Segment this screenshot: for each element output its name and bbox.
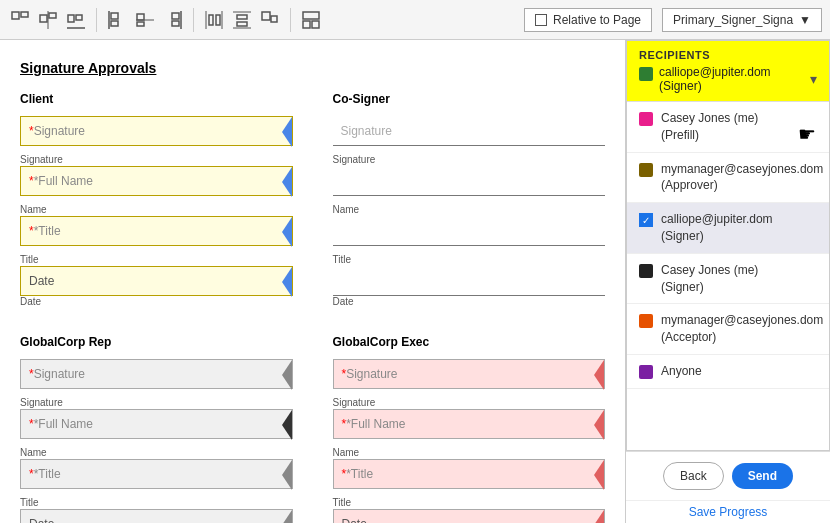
rep-name-arrow [282, 410, 292, 440]
right-panel: RECIPIENTS calliope@jupiter.dom (Signer)… [625, 40, 830, 523]
exec-name-label: Signature [333, 397, 606, 408]
svg-rect-18 [216, 15, 220, 25]
client-title-label: Name [20, 204, 293, 215]
svg-rect-5 [68, 15, 74, 22]
align-top-left-icon[interactable] [8, 8, 32, 32]
recipient-item-mymanager-acceptor[interactable]: mymanager@caseyjones.dom (Acceptor) [627, 304, 829, 355]
casey-prefill-color [639, 112, 653, 126]
document-title: Signature Approvals [20, 60, 605, 76]
client-fullname-field[interactable]: * *Full Name [20, 166, 293, 196]
client-sig-arrow [282, 117, 292, 147]
client-signature-placeholder: Signature [34, 124, 85, 138]
rep-date-arrow [282, 510, 292, 523]
rep-date-block: Title Date Date [20, 497, 293, 523]
relative-to-page-button[interactable]: Relative to Page [524, 8, 652, 32]
rep-title-field[interactable]: * *Title [20, 459, 293, 489]
recipients-header-title: RECIPIENTS [639, 49, 817, 61]
exec-date-placeholder: Date [342, 517, 367, 523]
save-progress-link[interactable]: Save Progress [626, 500, 830, 523]
exec-title-label: Name [333, 447, 606, 458]
relative-to-page-label: Relative to Page [553, 13, 641, 27]
recipients-list: Casey Jones (me) (Prefill) mymanager@cas… [627, 102, 829, 450]
cosigner-title-field[interactable] [333, 216, 606, 246]
align-center-icon[interactable] [36, 8, 60, 32]
rep-date-placeholder: Date [29, 517, 54, 523]
client-date-block: Title Date Date [20, 254, 293, 307]
rep-title-label: Name [20, 447, 293, 458]
document-area: Signature Approvals Client * Signature S… [0, 40, 625, 523]
selected-recipient-name: calliope@jupiter.dom [659, 65, 771, 79]
rep-name-placeholder: *Full Name [34, 417, 93, 431]
layout-icon[interactable] [299, 8, 323, 32]
recipient-item-casey-prefill[interactable]: Casey Jones (me) (Prefill) [627, 102, 829, 153]
exec-date-field[interactable]: Date [333, 509, 606, 523]
rep-title-block: Name * *Title [20, 447, 293, 489]
cosigner-date-sublabel: Date [333, 296, 606, 307]
svg-rect-17 [209, 15, 213, 25]
svg-rect-9 [111, 21, 118, 26]
calliope-signer-checkbox[interactable]: ✓ [639, 213, 653, 227]
rep-name-field[interactable]: * *Full Name [20, 409, 293, 439]
client-date-field[interactable]: Date [20, 266, 293, 296]
bottom-buttons: Back Send [626, 451, 830, 500]
toolbar-divider-2 [193, 8, 194, 32]
rep-sig-arrow [282, 360, 292, 390]
client-title-arrow [282, 217, 292, 247]
header-chevron-down-icon[interactable]: ▾ [810, 71, 817, 87]
cosigner-name-label: Signature [333, 154, 606, 165]
cosigner-column: Co-Signer Signature Signature Name Title [333, 92, 606, 315]
exec-name-block: Signature * *Full Name [333, 397, 606, 439]
calliope-signer-text: calliope@jupiter.dom (Signer) [661, 211, 773, 245]
client-title-placeholder: *Title [34, 224, 61, 238]
recipient-item-mymanager-approver[interactable]: mymanager@caseyjones.dom (Approver) [627, 153, 829, 204]
cosigner-signature-block: Signature [333, 116, 606, 146]
cosigner-name-field[interactable] [333, 166, 606, 196]
svg-rect-15 [172, 21, 179, 26]
distribute-v-icon[interactable] [230, 8, 254, 32]
cosigner-date-field[interactable] [333, 266, 606, 296]
page-icon [535, 14, 547, 26]
rep-name-label: Signature [20, 397, 293, 408]
main-area: Signature Approvals Client * Signature S… [0, 40, 830, 523]
rep-title-placeholder: *Title [34, 467, 61, 481]
client-section-title: Client [20, 92, 293, 106]
cosigner-signature-field[interactable]: Signature [333, 116, 606, 146]
doc-columns: Client * Signature Signature * *Full Nam… [20, 92, 605, 315]
rep-title-arrow [282, 460, 292, 490]
exec-sig-block: * Signature [333, 359, 606, 389]
cosigner-sig-label: Signature [341, 124, 392, 138]
exec-date-label: Title [333, 497, 606, 508]
cosigner-date-block: Title Date [333, 254, 606, 307]
rep-date-field[interactable]: Date [20, 509, 293, 523]
primary-signer-dropdown[interactable]: Primary_Signer_Signa ▼ [662, 8, 822, 32]
client-title-field[interactable]: * *Title [20, 216, 293, 246]
align-bottom-icon[interactable] [64, 8, 88, 32]
rep-name-block: Signature * *Full Name [20, 397, 293, 439]
exec-title-field[interactable]: * *Title [333, 459, 606, 489]
align-middle-h-icon[interactable] [133, 8, 157, 32]
recipient-item-anyone[interactable]: Anyone [627, 355, 829, 389]
exec-name-field[interactable]: * *Full Name [333, 409, 606, 439]
casey-prefill-text: Casey Jones (me) (Prefill) [661, 110, 758, 144]
exec-signature-field[interactable]: * Signature [333, 359, 606, 389]
recipient-item-casey-signer[interactable]: Casey Jones (me) (Signer) [627, 254, 829, 305]
align-left-icon[interactable] [105, 8, 129, 32]
send-button[interactable]: Send [732, 463, 793, 489]
distribute-h-icon[interactable] [202, 8, 226, 32]
casey-signer-color [639, 264, 653, 278]
size-match-icon[interactable] [258, 8, 282, 32]
recipient-item-calliope-signer[interactable]: ✓ calliope@jupiter.dom (Signer) [627, 203, 829, 254]
back-button[interactable]: Back [663, 462, 724, 490]
client-date-placeholder: Date [29, 274, 54, 288]
exec-title-arrow [594, 460, 604, 490]
toolbar-divider-3 [290, 8, 291, 32]
rep-date-label: Title [20, 497, 293, 508]
svg-rect-8 [111, 13, 118, 19]
client-title-block: Name * *Title [20, 204, 293, 246]
rep-signature-field[interactable]: * Signature [20, 359, 293, 389]
svg-rect-26 [271, 16, 277, 22]
align-right-icon[interactable] [161, 8, 185, 32]
client-signature-field[interactable]: * Signature [20, 116, 293, 146]
exec-date-block: Title Date Date [333, 497, 606, 523]
client-date-arrow [282, 267, 292, 297]
